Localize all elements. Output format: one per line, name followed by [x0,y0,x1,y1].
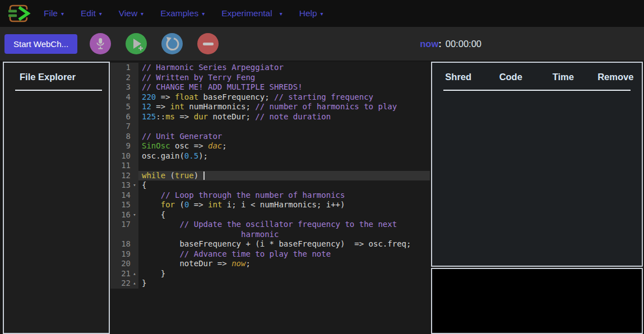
code-line-text[interactable]: osc.gain(0.5); [138,151,430,161]
code-line[interactable]: 512 => int numHarmonics; // number of ha… [110,102,430,112]
code-line-text[interactable]: 125::ms => dur noteDur; // note duration [138,112,430,122]
code-line[interactable]: 13▾{ [110,180,430,191]
code-line[interactable]: harmonic [110,230,430,240]
code-line-text[interactable]: } [138,269,430,279]
code-line-text[interactable]: // CHANGE ME! ADD MULTIPLE SHREDS! [138,82,430,92]
code-line-text[interactable]: // Written by Terry Feng [138,73,430,83]
code-line-text[interactable]: // Harmonic Series Arpeggiator [138,63,430,73]
code-line[interactable]: 4220 => float baseFrequency; // starting… [110,92,430,103]
line-number: 12 [110,171,131,181]
line-number: 9 [110,141,131,151]
menu-edit[interactable]: Edit ▾ [81,8,102,18]
line-number-gutter: 6 [110,112,138,122]
code-line[interactable]: 17 // Update the oscillator frequency to… [110,220,430,230]
code-line[interactable]: 21▴ } [110,269,430,279]
fold-spacer [131,92,138,103]
menu-experimental[interactable]: Experimental ▾ [221,8,282,18]
replace-shred-button[interactable] [161,33,183,54]
menu-examples[interactable]: Examples ▾ [160,8,205,18]
code-line-text[interactable]: // Update the oscillator frequency to th… [138,220,430,230]
fold-spacer [131,191,138,201]
line-number [110,230,131,240]
chevron-down-icon: ▾ [61,11,64,17]
code-column-header: Code [485,72,538,82]
line-number: 7 [110,122,131,132]
fold-down-icon[interactable]: ▾ [131,210,138,220]
code-line[interactable]: 10osc.gain(0.5); [110,151,430,161]
code-line-text[interactable] [138,122,430,132]
code-line-text[interactable] [138,161,430,171]
menu-file[interactable]: File ▾ [44,8,64,18]
line-number-gutter: 9 [110,141,138,151]
microphone-button[interactable] [90,33,111,54]
menu-view-label: View [119,8,137,18]
line-number-gutter: 10 [110,151,138,161]
code-line[interactable]: 22▴} [110,279,430,289]
code-line-text[interactable]: { [138,180,430,191]
play-add-shred-button[interactable] [126,33,147,54]
code-line-text[interactable]: while (true) [138,171,430,181]
menu-help-label: Help [299,8,317,18]
line-number-gutter: 16▾ [110,210,138,220]
line-number: 5 [110,102,131,112]
fold-up-icon[interactable]: ▴ [131,279,138,289]
fold-spacer [131,171,138,181]
code-line[interactable]: 18 baseFrequency + (i * baseFrequency) =… [110,239,430,249]
right-column: Shred Code Time Remove [431,62,643,334]
code-line[interactable]: 9SinOsc osc => dac; [110,141,430,151]
play-plus-icon [129,36,143,51]
line-number: 3 [110,82,131,92]
fold-spacer [131,259,138,269]
code-editor[interactable]: 1// Harmonic Series Arpeggiator2// Writt… [110,62,430,334]
code-line[interactable]: 16▾ { [110,210,430,220]
code-line[interactable]: 1// Harmonic Series Arpeggiator [110,63,430,73]
code-line[interactable]: 15 for (0 => int i; i < numHarmonics; i+… [110,200,430,210]
code-line[interactable]: 12while (true) [110,171,430,181]
text-cursor [203,171,205,180]
fold-spacer [131,239,138,249]
fold-spacer [131,63,138,73]
code-line-text[interactable]: } [138,279,430,289]
code-line[interactable]: 19 // Advance time to play the note [110,249,430,259]
code-line[interactable]: 8// Unit Generator [110,132,430,142]
fold-spacer [131,161,138,171]
remove-shred-button[interactable] [197,33,219,54]
code-line[interactable]: 11 [110,161,430,171]
code-line-text[interactable]: // Advance time to play the note [138,249,430,259]
menu-file-label: File [44,8,58,18]
line-number-gutter: 5 [110,102,138,112]
code-line-text[interactable]: // Unit Generator [138,132,430,142]
menu-view[interactable]: View ▾ [119,8,143,18]
navbar: File ▾ Edit ▾ View ▾ Examples ▾ Experime… [0,0,644,27]
code-line[interactable]: 2// Written by Terry Feng [110,73,430,83]
file-explorer-divider [15,90,102,91]
code-line[interactable]: 20 noteDur => now; [110,259,430,269]
fold-down-icon[interactable]: ▾ [131,180,138,191]
code-line-text[interactable]: baseFrequency + (i * baseFrequency) => o… [138,239,430,249]
line-number: 22 [110,279,131,289]
code-line[interactable]: 3// CHANGE ME! ADD MULTIPLE SHREDS! [110,82,430,92]
code-line-text[interactable]: 12 => int numHarmonics; // number of har… [138,102,430,112]
fold-up-icon[interactable]: ▴ [131,269,138,279]
code-line-text[interactable]: harmonic [138,230,430,240]
chuck-logo-icon [6,2,31,25]
menu-help[interactable]: Help ▾ [299,8,323,18]
line-number-gutter: 21▴ [110,269,138,279]
code-line-text[interactable]: for (0 => int i; i < numHarmonics; i++) [138,200,430,210]
code-line[interactable]: 6125::ms => dur noteDur; // note duratio… [110,112,430,122]
code-line-text[interactable]: SinOsc osc => dac; [138,141,430,151]
file-explorer-panel: File Explorer [3,62,110,334]
code-line[interactable]: 14 // Loop through the number of harmoni… [110,191,430,201]
code-line[interactable]: 7 [110,122,430,132]
chevron-down-icon: ▾ [202,11,205,17]
line-number-gutter: 15 [110,200,138,210]
line-number: 19 [110,249,131,259]
fold-spacer [131,122,138,132]
file-explorer-title: File Explorer [4,63,109,82]
code-line-text[interactable]: 220 => float baseFrequency; // starting … [138,92,430,103]
start-webchuck-button[interactable]: Start WebCh... [4,34,77,54]
line-number: 14 [110,191,131,201]
code-line-text[interactable]: noteDur => now; [138,259,430,269]
code-line-text[interactable]: // Loop through the number of harmonics [138,191,430,201]
code-line-text[interactable]: { [138,210,430,220]
